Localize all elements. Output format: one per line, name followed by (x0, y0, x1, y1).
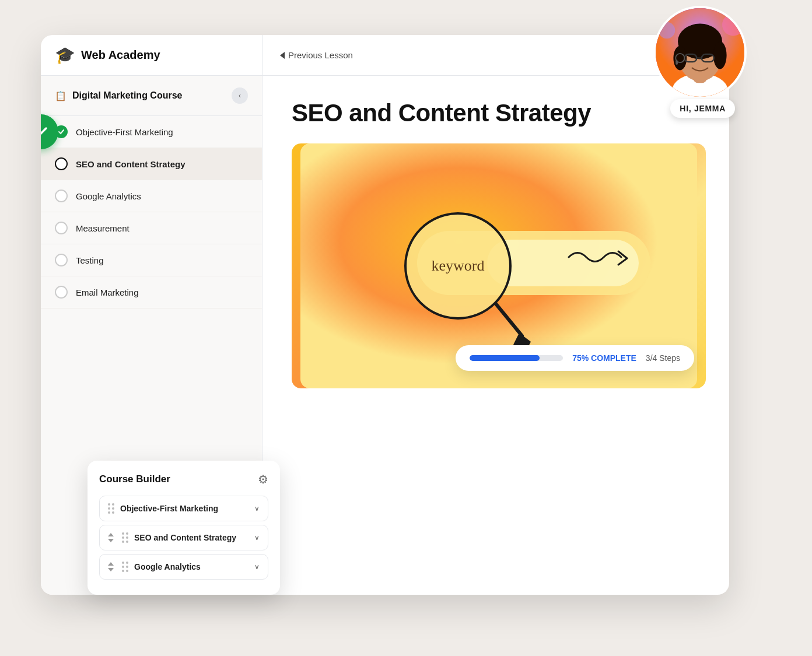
sidebar-header: 📋 Digital Marketing Course ‹ (41, 76, 262, 116)
list-item[interactable]: Measurement (41, 212, 262, 244)
sidebar-item-label: SEO and Content Strategy (76, 159, 186, 169)
avatar (653, 6, 747, 99)
item-status-pending (55, 190, 68, 202)
sort-up-icon[interactable] (108, 533, 114, 536)
builder-title: Course Builder (99, 473, 170, 485)
chevron-left-icon (280, 52, 285, 59)
list-item[interactable]: Email Marketing (41, 276, 262, 308)
builder-item-label: Google Analytics (134, 562, 249, 571)
svg-rect-11 (676, 60, 678, 65)
builder-item-label: Objective-First Marketing (120, 504, 249, 513)
list-item[interactable]: Testing (41, 244, 262, 276)
item-status-pending (55, 286, 68, 299)
svg-point-12 (722, 14, 744, 36)
sidebar-title-area: 📋 Digital Marketing Course (55, 90, 182, 101)
sort-down-icon[interactable] (108, 568, 114, 571)
course-builder-panel: Course Builder ⚙ Objective-First Marketi… (88, 461, 280, 595)
brand-icon: 🎓 (55, 45, 75, 65)
course-list: Objective-First Marketing SEO and Conten… (41, 116, 262, 308)
chevron-down-icon[interactable]: ∨ (254, 563, 260, 571)
progress-bar-fill (470, 355, 540, 361)
brand-area: 🎓 Web Academy (41, 35, 262, 75)
list-item[interactable]: SEO and Content Strategy (41, 148, 262, 180)
progress-bar-track (470, 355, 563, 361)
sidebar-item-label: Objective-First Marketing (76, 127, 173, 137)
doc-icon: 📋 (55, 90, 66, 101)
builder-item[interactable]: Objective-First Marketing ∨ (99, 496, 268, 521)
previous-lesson-button[interactable]: Previous Lesson (280, 42, 353, 68)
builder-item[interactable]: SEO and Content Strategy ∨ (99, 525, 268, 550)
main-content: SEO and Content Strategy (262, 76, 729, 595)
top-nav: 🎓 Web Academy Previous Lesson Next Lesso… (41, 35, 729, 76)
sidebar-item-label: Testing (76, 255, 104, 265)
sidebar-item-label: Google Analytics (76, 191, 141, 201)
list-item[interactable]: Objective-First Marketing (41, 116, 262, 148)
svg-point-13 (659, 22, 676, 39)
progress-overlay: 75% COMPLETE 3/4 Steps (456, 345, 694, 371)
sidebar-title: Digital Marketing Course (72, 90, 182, 101)
drag-handle[interactable] (122, 562, 128, 572)
chevron-down-icon[interactable]: ∨ (254, 504, 260, 513)
sort-up-icon[interactable] (108, 562, 114, 566)
progress-percent: 75% COMPLETE (572, 353, 636, 363)
builder-item-label: SEO and Content Strategy (134, 533, 249, 542)
builder-header: Course Builder ⚙ (99, 472, 268, 486)
avatar-image (656, 8, 744, 97)
item-status-pending (55, 222, 68, 234)
sidebar-item-label: Measurement (76, 223, 130, 233)
drag-handle[interactable] (108, 503, 114, 514)
builder-item[interactable]: Google Analytics ∨ (99, 554, 268, 580)
gear-icon[interactable]: ⚙ (258, 472, 268, 486)
sort-down-icon[interactable] (108, 539, 114, 542)
greeting-badge: HI, JEMMA (670, 99, 735, 118)
list-item[interactable]: Google Analytics (41, 180, 262, 212)
seo-illustration: keyword 75% COMPLETE (292, 143, 706, 388)
svg-text:keyword: keyword (432, 257, 485, 274)
item-status-pending (55, 254, 68, 266)
sidebar-collapse-button[interactable]: ‹ (232, 87, 248, 104)
sidebar-item-label: Email Marketing (76, 287, 139, 297)
brand-name: Web Academy (81, 48, 160, 62)
completed-badge (41, 114, 58, 149)
item-status-current (55, 157, 68, 170)
drag-handle[interactable] (122, 532, 128, 543)
lesson-title: SEO and Content Strategy (292, 99, 706, 127)
svg-point-6 (713, 41, 727, 69)
progress-steps: 3/4 Steps (646, 353, 680, 363)
chevron-down-icon[interactable]: ∨ (254, 534, 260, 542)
